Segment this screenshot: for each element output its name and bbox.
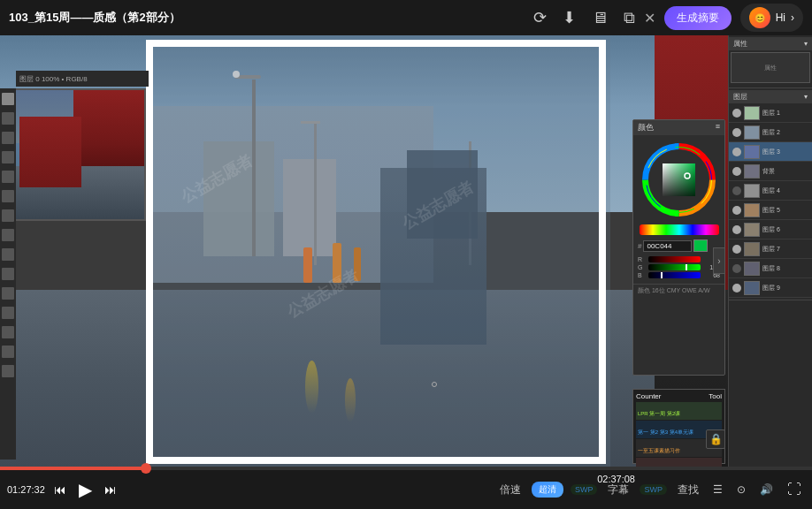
list-icon[interactable]: ☰ bbox=[709, 482, 726, 498]
layer-name: 图层 2 bbox=[762, 128, 780, 137]
thumbnail-preview bbox=[9, 88, 146, 221]
color-spectrum-bar[interactable] bbox=[640, 224, 719, 235]
layer-item[interactable]: 图层 8 bbox=[729, 259, 812, 278]
play-button[interactable]: ▶ bbox=[79, 479, 92, 500]
layer-visibility-icon[interactable] bbox=[732, 284, 741, 292]
layer-visibility-icon[interactable] bbox=[732, 109, 741, 118]
counter-tool-label: Tool bbox=[709, 392, 722, 400]
tool-eraser[interactable] bbox=[2, 248, 14, 261]
screen-icon[interactable]: 🖥 bbox=[592, 9, 608, 27]
close-button[interactable]: ✕ bbox=[644, 10, 655, 27]
worker-2 bbox=[333, 243, 341, 283]
ai-icon[interactable]: ⊙ bbox=[733, 482, 749, 498]
scroll-right-button[interactable]: › bbox=[713, 247, 725, 274]
blue-label: B bbox=[638, 272, 647, 278]
layer-item[interactable]: 图层 2 bbox=[729, 123, 812, 142]
fullscreen-icon[interactable]: ⛶ bbox=[784, 480, 805, 499]
tool-wand[interactable] bbox=[2, 151, 14, 163]
volume-icon[interactable]: 🔊 bbox=[756, 482, 777, 498]
layer-thumbnail bbox=[744, 106, 760, 120]
prev-button[interactable]: ⏮ bbox=[54, 482, 66, 497]
tool-lasso[interactable] bbox=[2, 132, 14, 144]
hex-input-row: # bbox=[633, 237, 724, 254]
layer-visibility-icon[interactable] bbox=[732, 128, 741, 137]
tool-crop[interactable] bbox=[2, 171, 14, 183]
properties-area: 属性 bbox=[731, 52, 810, 83]
layer-item[interactable]: 图层 9 bbox=[729, 278, 812, 298]
lock-button[interactable]: 🔒 bbox=[706, 429, 725, 449]
worker-3 bbox=[354, 247, 361, 281]
download-icon[interactable]: ⬇ bbox=[563, 8, 576, 27]
speed-label[interactable]: 倍速 bbox=[496, 481, 525, 499]
layer-thumbnail bbox=[744, 223, 760, 237]
hd-label[interactable]: 超清 bbox=[532, 482, 563, 498]
color-wheel[interactable] bbox=[641, 142, 716, 217]
tool-shape[interactable] bbox=[2, 326, 14, 338]
green-slider[interactable] bbox=[648, 264, 701, 270]
chevron-icon: › bbox=[791, 11, 794, 24]
layer-visibility-icon[interactable] bbox=[732, 206, 741, 215]
building-2 bbox=[283, 159, 336, 256]
next-button[interactable]: ⏭ bbox=[104, 482, 117, 497]
building-1 bbox=[203, 141, 274, 256]
red-slider[interactable] bbox=[648, 256, 701, 262]
red-slider-row: R 0 bbox=[638, 256, 720, 262]
ps-panels: 属性 ▾ 属性 图层 ▾ 图层 1 bbox=[728, 35, 812, 467]
blue-indicator bbox=[648, 272, 663, 278]
video-title: 103_第15周——质感（第2部分） bbox=[9, 10, 533, 26]
layer-visibility-icon[interactable] bbox=[732, 167, 741, 176]
streetlight-pole-1 bbox=[252, 80, 256, 256]
layer-thumbnail bbox=[744, 145, 760, 159]
road-reflection-2 bbox=[345, 378, 356, 422]
color-wheel-svg bbox=[641, 142, 716, 217]
layer-item[interactable]: 图层 4 bbox=[729, 181, 812, 201]
layer-item[interactable]: 背景 bbox=[729, 162, 812, 181]
layer-visibility-icon[interactable] bbox=[732, 264, 741, 273]
top-bar: 103_第15周——质感（第2部分） ⟳ ⬇ 🖥 ⧉ ✕ 生成摘要 😊 Hi › bbox=[0, 0, 812, 35]
tool-move[interactable] bbox=[2, 93, 14, 105]
tool-eyedropper[interactable] bbox=[2, 190, 14, 202]
play-controls: ⏮ ▶ ⏭ bbox=[54, 479, 117, 500]
layers-section: 图层 ▾ 图层 1 图层 2 图层 3 背景 bbox=[729, 88, 812, 300]
hex-input-field[interactable] bbox=[643, 240, 692, 252]
layer-visibility-icon[interactable] bbox=[732, 186, 741, 195]
tool-gradient[interactable] bbox=[2, 268, 14, 280]
layer-name: 图层 9 bbox=[762, 284, 780, 292]
main-content: 图层 0 100% • RGB/8 bbox=[0, 35, 812, 467]
layer-thumbnail bbox=[744, 184, 760, 198]
tool-text[interactable] bbox=[2, 287, 14, 300]
layer-item[interactable]: 图层 3 bbox=[729, 142, 812, 162]
tool-pen[interactable] bbox=[2, 307, 14, 319]
search-label[interactable]: 查找 bbox=[674, 481, 702, 499]
counter-text-1: LPR 第一周 第2课 bbox=[638, 411, 680, 416]
progress-bar-container[interactable] bbox=[0, 467, 812, 470]
scroll-right-icon: › bbox=[717, 256, 720, 266]
layer-item[interactable]: 图层 1 bbox=[729, 103, 812, 123]
layers-label: 图层 bbox=[733, 92, 747, 102]
layer-name: 图层 5 bbox=[762, 206, 780, 215]
share-icon[interactable]: ⟳ bbox=[533, 8, 547, 27]
layer-visibility-icon[interactable] bbox=[732, 245, 741, 254]
counter-panel: Counter Tool LPR 第一周 第2课 第一 第2 第3 第4单元课 … bbox=[632, 389, 725, 464]
crop-icon[interactable]: ⧉ bbox=[624, 9, 635, 27]
layer-visibility-icon[interactable] bbox=[732, 148, 741, 156]
top-icon-group: ⟳ ⬇ 🖥 ⧉ bbox=[533, 8, 635, 27]
layer-visibility-icon[interactable] bbox=[732, 225, 741, 234]
tool-zoom[interactable] bbox=[2, 365, 14, 377]
layers-chevron: ▾ bbox=[804, 93, 808, 101]
color-panel-menu[interactable]: ≡ bbox=[716, 122, 720, 133]
hi-label: Hi bbox=[776, 11, 785, 24]
layer-item[interactable]: 图层 5 bbox=[729, 201, 812, 220]
user-menu-button[interactable]: 😊 Hi › bbox=[740, 4, 803, 32]
thumb-truck-left bbox=[19, 117, 81, 187]
layer-item[interactable]: 图层 6 bbox=[729, 220, 812, 239]
progress-dot[interactable] bbox=[141, 463, 151, 474]
tool-brush[interactable] bbox=[2, 209, 14, 222]
tool-select[interactable] bbox=[2, 112, 14, 125]
road-reflection-1 bbox=[305, 361, 318, 414]
blue-slider[interactable] bbox=[648, 272, 701, 278]
tool-hand[interactable] bbox=[2, 346, 14, 358]
layer-item[interactable]: 图层 7 bbox=[729, 239, 812, 259]
generate-summary-button[interactable]: 生成摘要 bbox=[664, 6, 732, 30]
tool-clone[interactable] bbox=[2, 229, 14, 241]
